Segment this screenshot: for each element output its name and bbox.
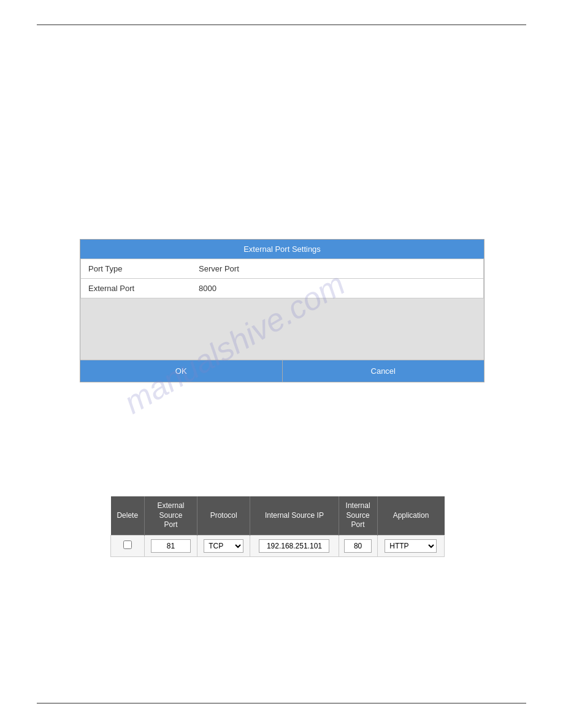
port-type-row: Port Type Server Port — [81, 259, 483, 279]
ok-button[interactable]: OK — [80, 360, 283, 382]
col-internal-source-ip: Internal Source IP — [250, 496, 339, 535]
col-external-source-port: ExternalSourcePort — [144, 496, 197, 535]
dialog-body: Port Type Server Port External Port 8000 — [80, 259, 484, 298]
external-port-value: 8000 — [199, 284, 216, 293]
bottom-divider — [37, 703, 526, 703]
cell-application: HTTP HTTPS FTP SMTP DNS Custom — [377, 535, 445, 556]
col-delete: Delete — [111, 496, 145, 535]
col-protocol: Protocol — [197, 496, 250, 535]
external-port-input[interactable] — [151, 539, 191, 553]
external-port-label: External Port — [88, 284, 199, 293]
port-table: Delete ExternalSourcePort Protocol Inter… — [110, 496, 445, 557]
dialog-footer: OK Cancel — [80, 360, 484, 382]
table-row: TCP UDP HTTP HTTPS FTP SMTP DN — [111, 535, 445, 556]
dialog-title: External Port Settings — [80, 240, 484, 259]
protocol-select[interactable]: TCP UDP — [204, 539, 243, 553]
cell-external-port — [144, 535, 197, 556]
table-header-row: Delete ExternalSourcePort Protocol Inter… — [111, 496, 445, 535]
port-table-section: Delete ExternalSourcePort Protocol Inter… — [110, 496, 445, 557]
port-type-label: Port Type — [88, 264, 199, 273]
external-port-row: External Port 8000 — [81, 279, 483, 298]
internal-ip-input[interactable] — [259, 539, 329, 553]
cancel-button[interactable]: Cancel — [283, 360, 484, 382]
delete-checkbox[interactable] — [123, 540, 132, 549]
cell-internal-ip — [250, 535, 339, 556]
internal-port-input[interactable] — [344, 539, 372, 553]
col-application: Application — [377, 496, 445, 535]
application-select[interactable]: HTTP HTTPS FTP SMTP DNS Custom — [385, 539, 437, 553]
top-divider — [37, 25, 526, 25]
dialog-spacer — [80, 298, 484, 360]
external-port-dialog: External Port Settings Port Type Server … — [80, 239, 484, 382]
port-type-value: Server Port — [199, 264, 239, 273]
cell-internal-port — [339, 535, 377, 556]
cell-protocol: TCP UDP — [197, 535, 250, 556]
cell-delete — [111, 535, 145, 556]
col-internal-source-port: InternalSourcePort — [339, 496, 377, 535]
